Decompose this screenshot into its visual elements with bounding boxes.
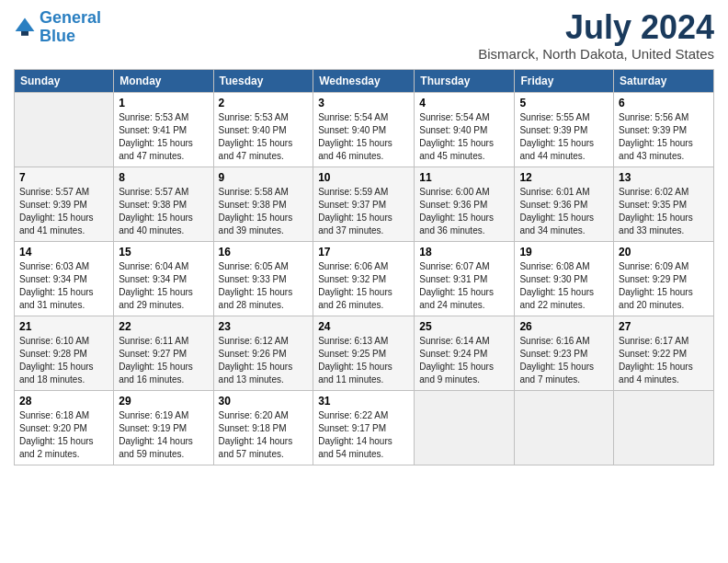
daylight-text: Daylight: 15 hours and 47 minutes. (219, 138, 293, 161)
calendar-cell (614, 390, 714, 465)
cell-info: Sunrise: 6:05 AM Sunset: 9:33 PM Dayligh… (219, 260, 309, 312)
sunrise-text: Sunrise: 6:07 AM (419, 261, 489, 271)
day-number: 28 (19, 395, 108, 408)
calendar-cell: 24 Sunrise: 6:13 AM Sunset: 9:25 PM Dayl… (313, 316, 415, 390)
week-row-5: 28 Sunrise: 6:18 AM Sunset: 9:20 PM Dayl… (15, 390, 714, 465)
calendar-table: Sunday Monday Tuesday Wednesday Thursday… (14, 69, 714, 465)
col-monday: Monday (114, 69, 213, 92)
daylight-text: Daylight: 15 hours and 2 minutes. (19, 436, 94, 459)
sunset-text: Sunset: 9:18 PM (219, 423, 287, 433)
calendar-cell: 31 Sunrise: 6:22 AM Sunset: 9:17 PM Dayl… (313, 390, 415, 465)
daylight-text: Daylight: 15 hours and 7 minutes. (519, 362, 594, 385)
cell-info: Sunrise: 5:59 AM Sunset: 9:37 PM Dayligh… (318, 186, 409, 237)
week-row-4: 21 Sunrise: 6:10 AM Sunset: 9:28 PM Dayl… (15, 316, 714, 390)
day-number: 19 (519, 246, 609, 259)
daylight-text: Daylight: 15 hours and 39 minutes. (219, 213, 293, 236)
cell-info: Sunrise: 6:10 AM Sunset: 9:28 PM Dayligh… (19, 335, 108, 386)
cell-info: Sunrise: 6:22 AM Sunset: 9:17 PM Dayligh… (318, 409, 409, 461)
daylight-text: Daylight: 15 hours and 18 minutes. (19, 362, 94, 385)
sunrise-text: Sunrise: 6:05 AM (219, 261, 289, 271)
sunset-text: Sunset: 9:24 PM (419, 349, 487, 359)
sunrise-text: Sunrise: 6:19 AM (119, 410, 188, 420)
sunrise-text: Sunrise: 5:59 AM (318, 187, 388, 197)
cell-info: Sunrise: 5:53 AM Sunset: 9:40 PM Dayligh… (219, 111, 309, 163)
calendar-cell: 28 Sunrise: 6:18 AM Sunset: 9:20 PM Dayl… (15, 390, 114, 465)
cell-info: Sunrise: 6:04 AM Sunset: 9:34 PM Dayligh… (119, 260, 208, 312)
day-number: 16 (219, 246, 309, 259)
calendar-cell: 15 Sunrise: 6:04 AM Sunset: 9:34 PM Dayl… (114, 241, 213, 316)
day-number: 18 (419, 246, 509, 259)
daylight-text: Daylight: 15 hours and 11 minutes. (318, 362, 392, 385)
day-number: 3 (318, 97, 409, 109)
sunrise-text: Sunrise: 6:14 AM (419, 336, 489, 346)
day-number: 15 (119, 246, 208, 259)
daylight-text: Daylight: 15 hours and 29 minutes. (119, 287, 193, 310)
day-number: 10 (318, 171, 409, 184)
calendar-cell: 29 Sunrise: 6:19 AM Sunset: 9:19 PM Dayl… (114, 390, 213, 465)
sunset-text: Sunset: 9:36 PM (519, 200, 587, 210)
col-tuesday: Tuesday (213, 69, 313, 92)
cell-info: Sunrise: 6:16 AM Sunset: 9:23 PM Dayligh… (519, 335, 609, 386)
sunset-text: Sunset: 9:30 PM (519, 274, 587, 284)
cell-info: Sunrise: 6:18 AM Sunset: 9:20 PM Dayligh… (19, 409, 108, 461)
daylight-text: Daylight: 15 hours and 47 minutes. (119, 138, 193, 161)
day-number: 23 (219, 320, 309, 333)
sunrise-text: Sunrise: 5:57 AM (19, 187, 89, 197)
daylight-text: Daylight: 15 hours and 20 minutes. (619, 287, 693, 310)
day-number: 14 (19, 246, 108, 259)
daylight-text: Daylight: 15 hours and 26 minutes. (318, 287, 392, 310)
sunrise-text: Sunrise: 6:09 AM (619, 261, 688, 271)
calendar-cell (15, 92, 114, 167)
cell-info: Sunrise: 6:19 AM Sunset: 9:19 PM Dayligh… (119, 409, 208, 461)
sunrise-text: Sunrise: 5:55 AM (519, 112, 589, 122)
day-number: 2 (219, 97, 309, 109)
daylight-text: Daylight: 15 hours and 36 minutes. (419, 213, 494, 236)
cell-info: Sunrise: 6:00 AM Sunset: 9:36 PM Dayligh… (419, 186, 509, 237)
day-number: 30 (219, 395, 309, 408)
sunset-text: Sunset: 9:41 PM (119, 125, 187, 135)
cell-info: Sunrise: 5:55 AM Sunset: 9:39 PM Dayligh… (519, 111, 609, 163)
header: General Blue July 2024 Bismarck, North D… (14, 9, 714, 62)
svg-marker-0 (16, 17, 35, 30)
sunrise-text: Sunrise: 6:04 AM (119, 261, 188, 271)
week-row-1: 1 Sunrise: 5:53 AM Sunset: 9:41 PM Dayli… (15, 92, 714, 167)
calendar-cell (515, 390, 614, 465)
cell-info: Sunrise: 5:53 AM Sunset: 9:41 PM Dayligh… (119, 111, 208, 163)
daylight-text: Daylight: 15 hours and 22 minutes. (519, 287, 594, 310)
main-title: July 2024 (478, 9, 714, 46)
svg-rect-1 (21, 31, 28, 36)
sunset-text: Sunset: 9:39 PM (619, 125, 687, 135)
day-number: 24 (318, 320, 409, 333)
day-number: 20 (619, 246, 709, 259)
cell-info: Sunrise: 5:54 AM Sunset: 9:40 PM Dayligh… (318, 111, 409, 163)
sunset-text: Sunset: 9:29 PM (619, 274, 687, 284)
cell-info: Sunrise: 6:06 AM Sunset: 9:32 PM Dayligh… (318, 260, 409, 312)
cell-info: Sunrise: 6:13 AM Sunset: 9:25 PM Dayligh… (318, 335, 409, 386)
calendar-cell: 5 Sunrise: 5:55 AM Sunset: 9:39 PM Dayli… (515, 92, 614, 167)
sunrise-text: Sunrise: 6:17 AM (619, 336, 688, 346)
calendar-cell: 16 Sunrise: 6:05 AM Sunset: 9:33 PM Dayl… (213, 241, 313, 316)
sunset-text: Sunset: 9:22 PM (619, 349, 687, 359)
day-number: 29 (119, 395, 208, 408)
sunset-text: Sunset: 9:39 PM (19, 200, 87, 210)
calendar-cell: 27 Sunrise: 6:17 AM Sunset: 9:22 PM Dayl… (614, 316, 714, 390)
sunset-text: Sunset: 9:31 PM (419, 274, 487, 284)
sunset-text: Sunset: 9:33 PM (219, 274, 287, 284)
daylight-text: Daylight: 15 hours and 46 minutes. (318, 138, 392, 161)
cell-info: Sunrise: 6:11 AM Sunset: 9:27 PM Dayligh… (119, 335, 208, 386)
sunset-text: Sunset: 9:40 PM (219, 125, 287, 135)
daylight-text: Daylight: 15 hours and 37 minutes. (318, 213, 392, 236)
sunset-text: Sunset: 9:34 PM (119, 274, 187, 284)
calendar-cell: 30 Sunrise: 6:20 AM Sunset: 9:18 PM Dayl… (213, 390, 313, 465)
day-number: 13 (619, 171, 709, 184)
logo-text: General Blue (40, 9, 101, 46)
sunset-text: Sunset: 9:23 PM (519, 349, 587, 359)
sunset-text: Sunset: 9:27 PM (119, 349, 187, 359)
calendar-cell: 25 Sunrise: 6:14 AM Sunset: 9:24 PM Dayl… (415, 316, 515, 390)
sunset-text: Sunset: 9:32 PM (318, 274, 386, 284)
daylight-text: Daylight: 15 hours and 34 minutes. (519, 213, 594, 236)
calendar-cell: 26 Sunrise: 6:16 AM Sunset: 9:23 PM Dayl… (515, 316, 614, 390)
subtitle: Bismarck, North Dakota, United States (478, 46, 714, 62)
cell-info: Sunrise: 5:56 AM Sunset: 9:39 PM Dayligh… (619, 111, 709, 163)
calendar-cell: 3 Sunrise: 5:54 AM Sunset: 9:40 PM Dayli… (313, 92, 415, 167)
